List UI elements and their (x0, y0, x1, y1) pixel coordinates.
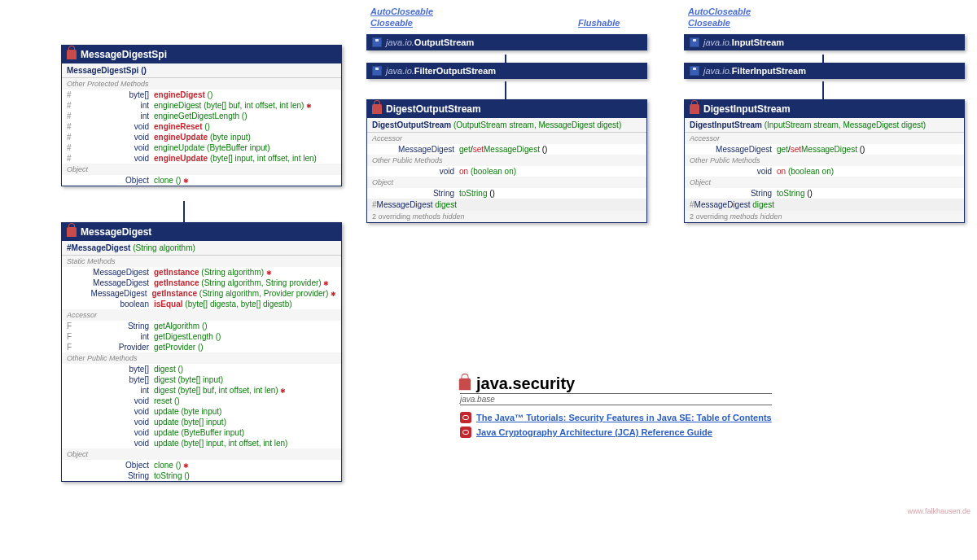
method: byte[]digest () (62, 364, 341, 374)
constructor: MessageDigestSpi () (62, 63, 341, 78)
class-name: MessageDigestSpi (81, 49, 167, 60)
disk-icon (690, 66, 699, 76)
method: FProvidergetProvider () (62, 342, 341, 352)
class-filterinputstream[interactable]: java.io.FilterInputStream (684, 63, 965, 79)
method: #byte[]engineDigest () (62, 90, 341, 100)
method: MessageDigestgetInstance (String algorit… (62, 278, 341, 288)
constructor: DigestOutputStream (OutputStream stream,… (367, 118, 646, 133)
class-header[interactable]: MessageDigest (62, 223, 341, 241)
disk-icon (372, 37, 382, 47)
method: Objectclone () ✱ (62, 460, 341, 470)
method: MessageDigestgetInstance (String algorit… (62, 288, 341, 299)
section-label: Object (685, 177, 964, 188)
method: voidon (boolean on) (685, 166, 964, 177)
method: StringtoString () (367, 188, 646, 199)
tutorial-link-2[interactable]: Java Cryptography Architecture (JCA) Ref… (460, 427, 772, 438)
connector-mds-md (183, 201, 185, 222)
method: voidon (boolean on) (367, 166, 646, 177)
credit[interactable]: www.falkhausen.de (907, 507, 970, 515)
method: MessageDigestget/setMessageDigest () (367, 144, 646, 155)
method: StringtoString () (685, 188, 964, 199)
class-messagedigest: MessageDigest #MessageDigest (String alg… (61, 222, 342, 482)
section-label: Accessor (367, 133, 646, 144)
method-list: FStringgetAlgorithm ()FintgetDigestLengt… (62, 321, 341, 352)
method: voidupdate (ByteBuffer input) (62, 427, 341, 438)
field: #MessageDigest digest (367, 199, 646, 211)
class-digestinputstream: DigestInputStream DigestInputStream (Inp… (684, 99, 965, 223)
constructor: DigestInputStream (InputStream stream, M… (685, 118, 964, 133)
class-name: DigestOutputStream (386, 103, 481, 115)
method-list: #byte[]engineDigest ()#intengineDigest (… (62, 90, 341, 164)
interface-autocloseable-2[interactable]: AutoCloseable (688, 7, 751, 16)
method: voidreset () (62, 396, 341, 406)
section-label: Other Public Methods (367, 155, 646, 166)
connector-os-fos (505, 55, 506, 63)
connector-fis-dis (822, 81, 824, 99)
method: voidupdate (byte[] input) (62, 417, 341, 427)
method: MessageDigestget/setMessageDigest () (685, 144, 964, 155)
lock-icon (459, 378, 471, 389)
method: voidupdate (byte input) (62, 406, 341, 417)
section-label: Other Public Methods (685, 155, 964, 166)
section-label: Other Public Methods (62, 352, 341, 364)
method: MessageDigestgetInstance (String algorit… (62, 267, 341, 278)
section-label: Object (62, 448, 341, 460)
method: FStringgetAlgorithm () (62, 321, 341, 331)
lock-icon (67, 50, 77, 59)
oracle-icon (460, 412, 471, 423)
method: booleanisEqual (byte[] digesta, byte[] d… (62, 299, 341, 309)
section-label: Static Methods (62, 256, 341, 267)
lock-icon (67, 227, 77, 237)
class-name: MessageDigest (81, 226, 151, 238)
section-label: Other Protected Methods (62, 78, 341, 90)
method: byte[]digest (byte[] input) (62, 374, 341, 385)
package-info: java.security java.base The Java™ Tutori… (460, 374, 772, 441)
connector-fos-dos (505, 81, 506, 99)
class-digestoutputstream: DigestOutputStream DigestOutputStream (O… (366, 99, 647, 223)
class-header[interactable]: DigestInputStream (685, 100, 964, 118)
method: voidupdate (byte[] input, int offset, in… (62, 438, 341, 448)
method: intdigest (byte[] buf, int offset, int l… (62, 385, 341, 396)
lock-icon (690, 104, 699, 114)
section-label: Object (62, 164, 341, 175)
method-list: byte[]digest ()byte[]digest (byte[] inpu… (62, 364, 341, 448)
method: #intengineGetDigestLength () (62, 111, 341, 121)
method: #intengineDigest (byte[] buf, int offset… (62, 100, 341, 111)
interface-flushable[interactable]: Flushable (578, 18, 620, 28)
section-label: Accessor (62, 309, 341, 321)
module-name: java.base (460, 393, 772, 405)
hidden-note: 2 overriding methods hidden (685, 211, 964, 222)
field: #MessageDigest digest (685, 199, 964, 211)
interface-autocloseable-1[interactable]: AutoCloseable (370, 7, 433, 16)
method: #voidengineReset () (62, 121, 341, 132)
class-name: DigestInputStream (703, 103, 791, 115)
method-list: MessageDigestgetInstance (String algorit… (62, 267, 341, 309)
disk-icon (690, 37, 699, 47)
class-outputstream[interactable]: java.io.OutputStream (366, 34, 647, 50)
interface-closeable-1[interactable]: Closeable (370, 18, 413, 28)
tutorial-link-1[interactable]: The Java™ Tutorials: Security Features i… (460, 412, 772, 423)
method: #voidengineUpdate (ByteBuffer input) (62, 142, 341, 153)
interface-closeable-2[interactable]: Closeable (688, 18, 730, 28)
section-label: Object (367, 177, 646, 188)
method: StringtoString () (62, 470, 341, 481)
disk-icon (372, 66, 382, 76)
hidden-note: 2 overriding methods hidden (367, 211, 646, 222)
lock-icon (372, 104, 382, 114)
class-header[interactable]: MessageDigestSpi (62, 46, 341, 63)
constructor: #MessageDigest (String algorithm) (62, 241, 341, 256)
class-inputstream[interactable]: java.io.InputStream (684, 34, 965, 50)
package-name: java.security (476, 374, 575, 393)
class-messagedigestspi: MessageDigestSpi MessageDigestSpi () Oth… (61, 45, 342, 186)
class-header[interactable]: DigestOutputStream (367, 100, 646, 118)
method: #voidengineUpdate (byte input) (62, 132, 341, 142)
oracle-icon (460, 427, 471, 438)
method-list: Objectclone () ✱ (62, 175, 341, 186)
method: FintgetDigestLength () (62, 331, 341, 342)
method-list: Objectclone () ✱StringtoString () (62, 460, 341, 481)
connector-is-fis (822, 55, 824, 63)
section-label: Accessor (685, 133, 964, 144)
class-filteroutputstream[interactable]: java.io.FilterOutputStream (366, 63, 647, 79)
method: #voidengineUpdate (byte[] input, int off… (62, 153, 341, 164)
method: Objectclone () ✱ (62, 175, 341, 186)
